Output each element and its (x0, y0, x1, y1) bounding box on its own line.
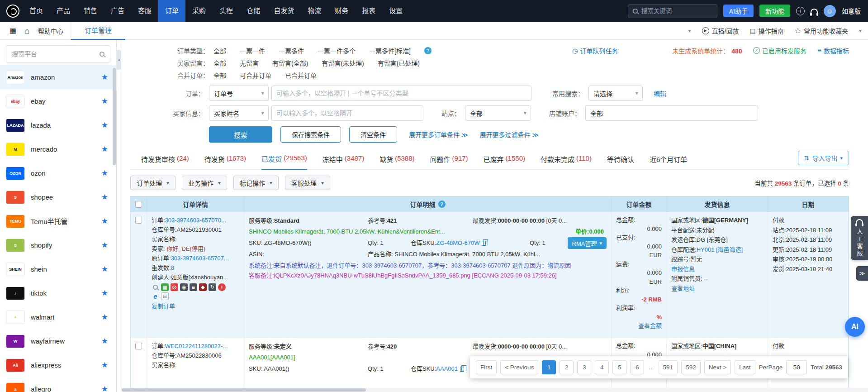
pagination-page-5[interactable]: 5 (612, 360, 626, 374)
favorite-star-icon[interactable] (101, 96, 108, 106)
filter-option[interactable]: 无留言 (240, 58, 259, 67)
tab-to-ship[interactable]: 待发货(1673) (204, 154, 246, 169)
sidebar-item-aliexpress[interactable]: Ali aliexpress (0, 353, 116, 377)
sidebar-collapse-button[interactable] (116, 50, 121, 70)
favorite-star-icon[interactable] (101, 240, 108, 250)
tab-pending-review[interactable]: 待发货审核(24) (141, 154, 189, 169)
sidebar-item-allegro[interactable]: a allegro (0, 377, 116, 392)
buyer-input[interactable] (271, 105, 423, 121)
nav-item-reports[interactable]: 报表 (355, 0, 382, 22)
rail-collapse-button[interactable]: ≫ (856, 266, 868, 281)
resend-count-link[interactable]: 8 (171, 264, 174, 271)
save-search-button[interactable]: 保存搜索条件 (280, 126, 341, 143)
pagination-last[interactable]: Last (735, 360, 755, 374)
refresh-icon[interactable] (209, 283, 216, 291)
horizontal-scrollbar[interactable] (122, 388, 868, 392)
nav-item-settings[interactable]: 设置 (382, 0, 409, 22)
scrollbar-thumb[interactable] (122, 388, 366, 392)
pagination-page-591[interactable]: 591 (659, 360, 678, 374)
order-number-link[interactable]: WEC0122411280027-... (165, 343, 228, 349)
favorite-star-icon[interactable] (101, 72, 108, 82)
nav-item-warehouse[interactable]: 仓储 (240, 0, 267, 22)
truck-icon[interactable] (199, 283, 207, 291)
nav-item-self-shipping[interactable]: 自发货 (267, 0, 301, 22)
pagination-page-1[interactable]: 1 (542, 360, 556, 374)
service-ops-dropdown[interactable]: 客服处理 (285, 176, 330, 190)
clear-conditions-button[interactable]: 清空条件 (349, 126, 397, 143)
filter-option[interactable]: 可合并订单 (240, 71, 271, 80)
data-metrics-link[interactable]: 数据指标 (817, 46, 849, 55)
tab-last-6-months[interactable]: 近6个月订单 (650, 154, 687, 169)
pagination-first[interactable]: First (476, 360, 497, 374)
sidebar-item-walmart[interactable]: ✶ walmart (0, 305, 116, 329)
view-address-link[interactable]: 查看地址 (671, 285, 695, 292)
global-search-input[interactable] (641, 8, 712, 14)
favorite-star-icon[interactable] (101, 168, 108, 178)
sidebar-item-amazon[interactable]: Amazon amazon (0, 65, 116, 89)
tab-problem[interactable]: 问题件(917) (430, 154, 468, 169)
help-icon[interactable] (438, 201, 446, 208)
sidebar-item-wayfair[interactable]: W wayfairnew (0, 329, 116, 353)
filter-option[interactable]: 已合并订单 (285, 71, 317, 80)
favorite-star-icon[interactable] (101, 264, 108, 274)
filter-option[interactable]: 有留言(未处理) (322, 58, 364, 67)
more-order-conditions-link[interactable]: 展开更多订单条件 ≫ (409, 130, 468, 139)
filter-option[interactable]: 一票一件 (240, 46, 265, 55)
pagination-previous[interactable]: < Previous (500, 360, 538, 374)
favorite-star-icon[interactable] (101, 312, 108, 322)
warehouse-sku-link[interactable]: AAA001 (436, 365, 458, 372)
copy-icon[interactable] (482, 241, 486, 246)
new-feature-button[interactable]: 新功能 (759, 5, 790, 17)
declare-info-link[interactable]: 申报信息 (671, 266, 695, 272)
shop-account-input[interactable] (585, 105, 758, 121)
app-logo[interactable] (3, 0, 23, 22)
filter-option[interactable]: 有留言(全部) (272, 58, 308, 67)
buyer-field-select[interactable]: 买家姓名 (209, 105, 269, 121)
favorite-star-icon[interactable] (101, 384, 108, 392)
nav-item-ads[interactable]: 广告 (104, 0, 131, 22)
filter-option[interactable]: 全部 (213, 71, 226, 80)
warehouse-delivery-link[interactable]: HY001 [海邑海运] (697, 246, 743, 253)
order-number-link[interactable]: 303-3974603-657070... (165, 217, 226, 224)
tab-payment-incomplete[interactable]: 付款未完成(110) (541, 154, 592, 169)
nav-item-logistics[interactable]: 物流 (301, 0, 328, 22)
warehouse-sku-link[interactable]: ZG-48MO-670W (436, 239, 479, 246)
home-icon[interactable] (24, 27, 29, 35)
chevron-down-icon[interactable] (688, 28, 691, 34)
filter-option[interactable]: 有留言(已处理) (378, 58, 420, 67)
pagination-page-3[interactable]: 3 (577, 360, 591, 374)
sidebar-item-shein[interactable]: SHEIN shein (0, 257, 116, 281)
label-service-status[interactable]: 已启用标发服务 (753, 46, 806, 55)
tab-order-management[interactable]: 订单管理 (71, 22, 125, 40)
sidebar-item-tiktok[interactable]: ♪ tiktok (0, 281, 116, 305)
tab-out-of-stock[interactable]: 缺货(5388) (379, 154, 414, 169)
select-all-checkbox[interactable] (135, 201, 142, 208)
tab-awaiting-confirm[interactable]: 等待确认 (607, 154, 634, 169)
filter-option[interactable]: 一票一件多个 (318, 46, 356, 55)
mark-ops-dropdown[interactable]: 标记操作 (233, 176, 279, 190)
favorite-star-icon[interactable] (101, 216, 108, 226)
site-select[interactable]: 全部 (465, 105, 531, 121)
nav-item-products[interactable]: 产品 (50, 0, 77, 22)
copy-icon[interactable] (460, 367, 464, 372)
nav-item-home[interactable]: 首页 (23, 0, 50, 22)
sidebar-item-lazada[interactable]: LAZADA lazada (0, 113, 116, 137)
edit-link[interactable]: 编辑 (654, 89, 666, 98)
avatar[interactable] (824, 5, 836, 17)
sidebar-item-mercado[interactable]: M mercado (0, 137, 116, 161)
favorite-star-icon[interactable] (101, 120, 108, 130)
tab-frozen[interactable]: 冻结中(3487) (323, 154, 364, 169)
favorite-star-icon[interactable] (101, 144, 108, 154)
tab-shipped[interactable]: 已发货(29563) (261, 154, 307, 170)
nav-item-finance[interactable]: 财务 (328, 0, 355, 22)
view-amount-link[interactable]: 查看金额 (638, 322, 662, 329)
pagination-page-6[interactable]: 6 (630, 360, 644, 374)
rma-manage-button[interactable]: RMA管理 (568, 237, 607, 249)
sidebar-item-ebay[interactable]: ebay ebay (0, 89, 116, 113)
order-number-input[interactable] (271, 86, 531, 101)
sidebar-item-temu[interactable]: TEMU Temu半托管 (0, 209, 116, 233)
favorite-star-icon[interactable] (101, 336, 108, 346)
uncreated-orders-stat[interactable]: 未生成系统单统计：480 (672, 46, 742, 55)
sidebar-scrollbar[interactable] (113, 68, 116, 165)
order-type-select[interactable]: 订单号 (209, 86, 269, 101)
